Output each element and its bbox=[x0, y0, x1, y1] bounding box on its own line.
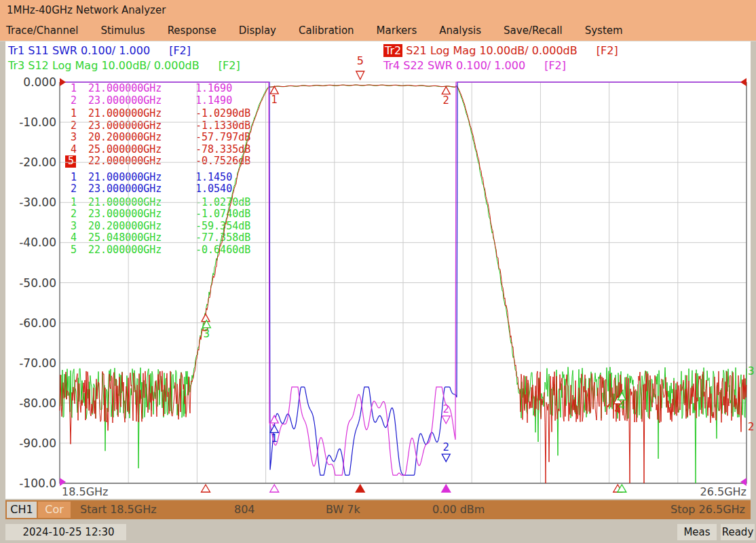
marker-row: 121.000000GHz-1.0290dB bbox=[65, 108, 269, 120]
stop-frequency-label: Stop 26.5GHz bbox=[670, 503, 745, 516]
trace-status-tr1[interactable]: Tr1 S11 SWR 0.100/ 1.000[F2] bbox=[8, 44, 191, 57]
marker-row: 425.000000GHz-78.335dB bbox=[65, 144, 269, 156]
marker-row: 121.000000GHz1.1450 bbox=[65, 172, 269, 184]
menu-trace-channel[interactable]: Trace/Channel bbox=[6, 24, 78, 37]
trace-desc: S22 SWR 0.100/ 1.000 bbox=[403, 59, 525, 72]
trace-id-active: Tr2 bbox=[383, 44, 402, 57]
trace-fkey: [F2] bbox=[169, 44, 191, 57]
menu-response[interactable]: Response bbox=[168, 24, 216, 37]
menu-system[interactable]: System bbox=[585, 24, 623, 37]
marker-row: 223.000000GHz1.1490 bbox=[65, 95, 269, 107]
trace-id: Tr1 bbox=[8, 44, 24, 57]
marker-row: 223.000000GHz-1.1330dB bbox=[65, 120, 269, 132]
marker-table-tr2: 121.000000GHz-1.0290dB 223.000000GHz-1.1… bbox=[65, 108, 269, 168]
menu-bar: Trace/Channel Stimulus Response Display … bbox=[0, 20, 756, 41]
menu-markers[interactable]: Markers bbox=[377, 24, 417, 37]
menu-display[interactable]: Display bbox=[239, 24, 276, 37]
marker-row: 121.000000GHz-1.0270dB bbox=[65, 197, 269, 209]
title-bar: 1MHz-40GHz Network Analyzer bbox=[0, 0, 756, 20]
trace-id: Tr3 bbox=[8, 59, 24, 72]
marker-row: 121.000000GHz1.1690 bbox=[65, 83, 269, 95]
marker-table-tr4: 121.000000GHz1.1690 223.000000GHz1.1490 bbox=[65, 83, 269, 107]
menu-stimulus[interactable]: Stimulus bbox=[100, 24, 145, 37]
app-window: 1MHz-40GHz Network Analyzer Trace/Channe… bbox=[0, 0, 756, 543]
start-frequency-label: Start 18.5GHz bbox=[80, 503, 157, 516]
marker-row: 223.000000GHz-1.0740dB bbox=[65, 208, 269, 221]
channel-select-button[interactable]: CH1 bbox=[7, 502, 37, 518]
channel-bar: CH1 Cor Start 18.5GHz 804 BW 7k 0.00 dBm… bbox=[5, 500, 751, 519]
marker-table-tr3: 121.000000GHz-1.0270dB 223.000000GHz-1.0… bbox=[65, 197, 269, 257]
trace-status-tr3[interactable]: Tr3 S12 Log Mag 10.00dB/ 0.000dB[F2] bbox=[8, 59, 240, 72]
trace-desc: S21 Log Mag 10.00dB/ 0.000dB bbox=[406, 44, 577, 57]
trace-status-tr4[interactable]: Tr4 S22 SWR 0.100/ 1.000[F2] bbox=[383, 59, 566, 72]
trace-desc: S12 Log Mag 10.00dB/ 0.000dB bbox=[28, 59, 199, 72]
marker-row: 320.200000GHz-57.797dB bbox=[65, 132, 269, 144]
meas-status: Meas bbox=[677, 524, 717, 540]
marker-table-tr1: 121.000000GHz1.1450 223.000000GHz1.0540 bbox=[65, 172, 269, 195]
ready-status: Ready bbox=[721, 524, 755, 540]
window-title: 1MHz-40GHz Network Analyzer bbox=[7, 4, 166, 16]
menu-analysis[interactable]: Analysis bbox=[439, 24, 481, 37]
trace-fkey: [F2] bbox=[219, 59, 240, 72]
trace-fkey: [F2] bbox=[544, 59, 566, 72]
status-bar: 2024-10-25 12:30 Meas Ready bbox=[0, 520, 756, 543]
marker-row: 425.048000GHz-77.358dB bbox=[65, 232, 269, 244]
if-bandwidth-label: BW 7k bbox=[326, 503, 360, 516]
trace-fkey: [F2] bbox=[597, 44, 618, 57]
menu-save-recall[interactable]: Save/Recall bbox=[504, 24, 563, 37]
display-area: Tr1 S11 SWR 0.100/ 1.000[F2] Tr3 S12 Log… bbox=[5, 41, 751, 499]
power-level-label: 0.00 dBm bbox=[432, 503, 485, 516]
trace-status-tr2[interactable]: Tr2 S21 Log Mag 10.00dB/ 0.000dB[F2] bbox=[383, 44, 618, 57]
menu-calibration[interactable]: Calibration bbox=[299, 24, 354, 37]
marker-row: 522.000000GHz-0.6460dB bbox=[65, 244, 269, 257]
datetime-label: 2024-10-25 12:30 bbox=[5, 524, 126, 540]
marker-row: 320.200000GHz-59.354dB bbox=[65, 221, 269, 233]
marker-row: 223.000000GHz1.0540 bbox=[65, 183, 269, 195]
marker-row-active: 522.000000GHz-0.7526dB bbox=[65, 155, 269, 168]
trace-desc: S11 SWR 0.100/ 1.000 bbox=[28, 44, 150, 57]
correction-indicator[interactable]: Cor bbox=[38, 502, 71, 518]
marker-readout-tables: 121.000000GHz1.1690 223.000000GHz1.1490 … bbox=[65, 83, 269, 256]
trace-id: Tr4 bbox=[383, 59, 400, 72]
sweep-points-label: 804 bbox=[234, 503, 255, 516]
